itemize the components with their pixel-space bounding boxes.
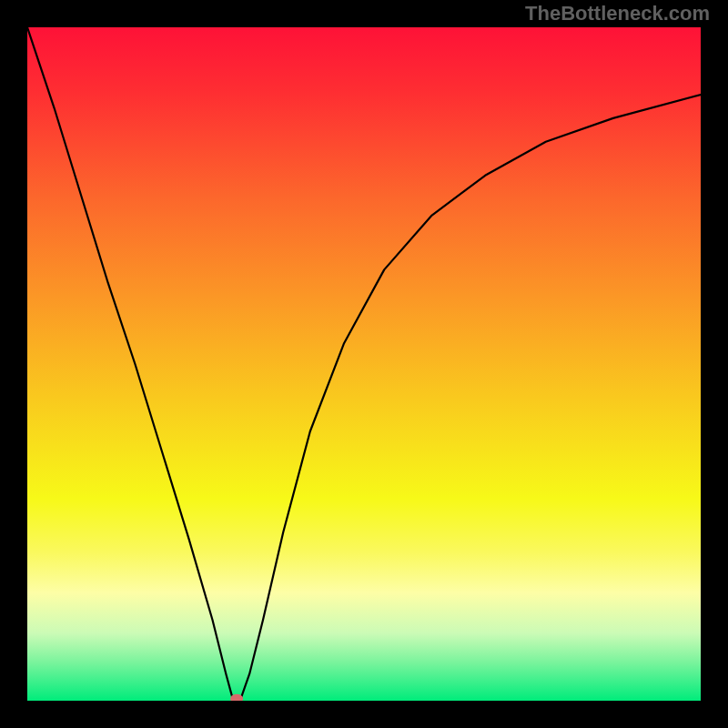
- watermark-text: TheBottleneck.com: [525, 2, 710, 25]
- plot-area: [27, 27, 701, 701]
- gradient-background: [27, 27, 701, 701]
- chart-svg: [27, 27, 701, 701]
